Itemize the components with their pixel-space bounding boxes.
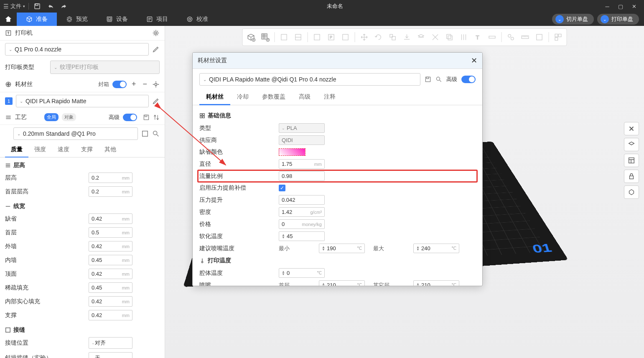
gear-icon[interactable] [152, 29, 160, 37]
advanced-toggle[interactable] [123, 114, 137, 121]
tab-preview[interactable]: 预览 [57, 13, 97, 26]
view-close-icon[interactable] [624, 122, 639, 135]
save-icon[interactable] [143, 114, 150, 121]
recommend-max-input[interactable]: ▲▼240℃ [413, 244, 459, 253]
mtab-cooling[interactable]: 冷却 [230, 90, 255, 105]
cut-icon[interactable] [415, 30, 428, 44]
soften-input[interactable]: ▲▼45 [279, 231, 325, 241]
tab-project[interactable]: 项目 [137, 13, 177, 26]
recommend-min-input[interactable]: ▲▼190℃ [319, 244, 365, 253]
modal-advanced-toggle[interactable] [461, 76, 476, 83]
mtab-filament[interactable]: 耗材丝 [199, 90, 230, 105]
flow-input[interactable]: 0.98 [279, 171, 325, 181]
type-select[interactable]: ⌄PLA [279, 123, 325, 133]
printer-select[interactable]: ⌄Q1 Pro 0.4 nozzle [5, 43, 149, 56]
subtab-strength[interactable]: 强度 [28, 142, 52, 157]
mtab-override[interactable]: 参数覆盖 [255, 90, 292, 105]
tool-icon[interactable] [533, 30, 546, 44]
param-input[interactable]: 0.42mm [89, 241, 132, 251]
sealed-toggle[interactable] [112, 81, 127, 88]
mtab-notes[interactable]: 注释 [317, 90, 342, 105]
preset-select[interactable]: ⌄QIDI PLA Rapido Matte @Qidi Q1 Pro 0.4 … [199, 73, 420, 86]
density-input[interactable]: 1.42g/cm³ [279, 207, 325, 217]
auto-arrange-icon[interactable] [552, 30, 565, 44]
param-input[interactable]: 0.2mm [89, 173, 132, 183]
compare-icon[interactable] [153, 114, 160, 121]
assembly-icon[interactable] [504, 30, 518, 44]
param-input[interactable]: ⌄无 [89, 352, 132, 358]
home-tab[interactable] [0, 13, 17, 26]
subtab-other[interactable]: 其他 [99, 142, 122, 157]
save-icon[interactable] [32, 1, 42, 11]
filament-select[interactable]: ⌄QIDI PLA Rapido Matte [16, 95, 149, 107]
global-pill[interactable]: 全局 [44, 113, 59, 121]
scale-icon[interactable] [386, 30, 400, 44]
close-button[interactable]: ✕ [627, 1, 641, 11]
maximize-button[interactable]: ▢ [614, 1, 627, 11]
subtab-support[interactable]: 支撑 [75, 142, 99, 157]
view-layout-icon[interactable] [624, 154, 639, 167]
edit-icon[interactable] [141, 130, 149, 137]
price-input[interactable]: 0money/kg [279, 219, 325, 229]
mesh-icon[interactable] [429, 30, 442, 44]
param-input[interactable]: 0.42mm [89, 296, 132, 307]
subtab-quality[interactable]: 质量 [5, 142, 28, 157]
minimize-button[interactable]: ─ [601, 1, 614, 11]
move-icon[interactable] [358, 30, 371, 44]
nozzle-other-input[interactable]: ▲▼210℃ [413, 280, 459, 286]
param-input[interactable]: 0.42mm [89, 310, 132, 320]
tool-icon[interactable]: P [325, 30, 338, 44]
tool-icon[interactable] [277, 30, 291, 44]
filament-edit-icon[interactable] [152, 97, 160, 105]
filament-index[interactable]: 1 [5, 97, 13, 105]
pa-checkbox[interactable]: ✓ [279, 185, 285, 191]
rotate-icon[interactable] [372, 30, 385, 44]
print-button[interactable]: ⌄打印单盘 [597, 14, 639, 25]
vendor-input[interactable]: QIDI [279, 135, 325, 145]
ruler-icon[interactable] [519, 30, 532, 44]
pa-input[interactable]: 0.042 [279, 195, 325, 205]
tab-device[interactable]: 设备 [97, 13, 137, 26]
process-select[interactable]: ⌄0.20mm Standard @Q1 Pro [13, 127, 138, 140]
subtab-speed[interactable]: 速度 [52, 142, 75, 157]
color-swatch[interactable] [279, 148, 305, 156]
diameter-input[interactable]: 1.75mm [279, 159, 325, 169]
text-icon[interactable]: T [471, 30, 485, 44]
view-lock-icon[interactable] [624, 170, 639, 183]
param-input[interactable]: 0.45mm [89, 282, 132, 293]
search-icon[interactable] [435, 76, 442, 83]
undo-icon[interactable] [46, 1, 56, 11]
view-settings-icon[interactable] [624, 185, 639, 199]
chamber-input[interactable]: ▲▼0℃ [279, 268, 325, 278]
tool-icon[interactable] [311, 30, 324, 44]
param-input[interactable]: 0.45mm [89, 255, 132, 265]
param-input[interactable]: 0.2mm [89, 186, 132, 197]
param-input[interactable]: 0.42mm [89, 213, 132, 224]
tool-icon[interactable] [292, 30, 305, 44]
slice-button[interactable]: ⌄切片单盘 [552, 14, 594, 25]
redo-icon[interactable] [59, 1, 69, 11]
paint-icon[interactable] [443, 30, 456, 44]
object-pill[interactable]: 对象 [62, 113, 76, 121]
add-plate-icon[interactable] [259, 30, 272, 44]
gear-icon[interactable] [152, 81, 160, 88]
measure-icon[interactable] [486, 30, 499, 44]
filament-remove[interactable]: − [141, 80, 149, 89]
support-icon[interactable] [457, 30, 471, 44]
save-icon[interactable] [425, 76, 431, 83]
plate-type-select[interactable]: ⌄纹理PEI打印板 [50, 61, 160, 74]
search-icon[interactable] [152, 130, 160, 137]
edit-icon[interactable] [152, 46, 160, 53]
nozzle-first-input[interactable]: ▲▼210℃ [319, 280, 365, 286]
filament-add[interactable]: + [130, 80, 138, 89]
tab-prepare[interactable]: 准备 [17, 13, 57, 26]
param-input[interactable]: 0.5mm [89, 227, 132, 238]
tool-icon[interactable] [339, 30, 352, 44]
add-cube-icon[interactable] [244, 30, 258, 44]
file-menu[interactable]: ☰ 文件 ▾ [3, 3, 25, 10]
modal-close-button[interactable]: ✕ [471, 56, 477, 65]
param-input[interactable]: ⌄对齐 [89, 337, 132, 349]
view-iso-icon[interactable] [624, 138, 639, 151]
place-icon[interactable] [400, 30, 414, 44]
tab-calibrate[interactable]: 校准 [177, 13, 217, 26]
